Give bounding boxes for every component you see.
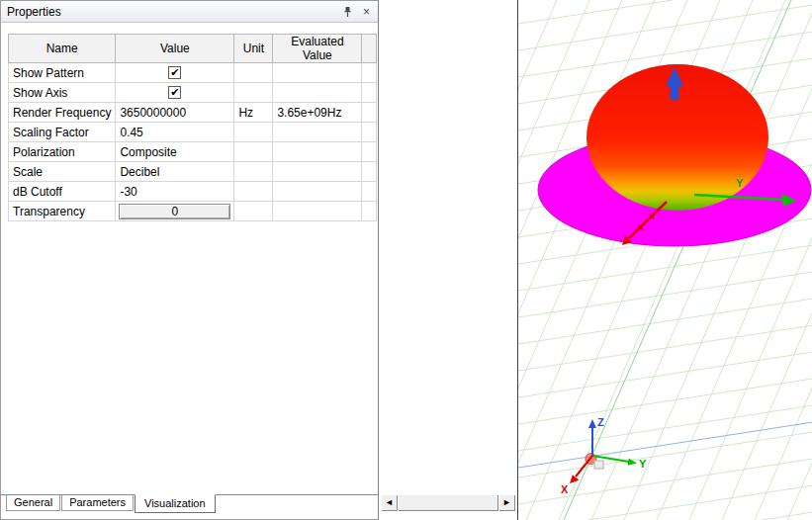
property-value[interactable]: Composite	[116, 142, 234, 162]
scrollbar-track[interactable]	[398, 494, 498, 511]
property-evaluated-value	[273, 182, 362, 202]
property-name: Scale	[9, 162, 116, 182]
application-window: Properties × NameValueUnitEvaluated Valu…	[0, 0, 812, 520]
property-value[interactable]: 0.45	[116, 123, 234, 142]
property-row: Transparency0	[9, 202, 377, 221]
property-unit	[234, 202, 273, 221]
row-filler	[362, 103, 377, 123]
property-unit	[234, 83, 273, 103]
row-filler	[362, 63, 377, 83]
column-header-evaluated-value: Evaluated Value	[273, 35, 362, 63]
property-value[interactable]: -30	[116, 182, 234, 202]
checkbox[interactable]: ✔	[168, 66, 181, 79]
property-value[interactable]: 3650000000	[116, 103, 234, 123]
y-axis-label: Y	[736, 177, 744, 189]
property-unit	[234, 63, 273, 83]
row-filler	[362, 162, 377, 182]
properties-table: NameValueUnitEvaluated Value Show Patter…	[8, 34, 377, 221]
row-filler	[362, 142, 377, 162]
horizontal-scrollbar[interactable]: ◄ ►	[381, 494, 515, 511]
checkbox[interactable]: ✔	[168, 86, 181, 99]
panel-tabbar: GeneralParametersVisualization	[1, 494, 378, 518]
property-evaluated-value	[273, 83, 362, 103]
property-unit	[234, 162, 273, 182]
property-name: Show Axis	[9, 83, 116, 103]
property-value: ✔	[116, 83, 234, 103]
origin-box	[594, 461, 603, 469]
property-evaluated-value	[273, 63, 362, 83]
property-evaluated-value	[273, 142, 362, 162]
properties-panel: Properties × NameValueUnitEvaluated Valu…	[0, 0, 379, 520]
column-header-name: Name	[9, 35, 116, 63]
close-icon[interactable]: ×	[358, 4, 375, 19]
row-filler	[362, 182, 377, 202]
column-header-value: Value	[116, 35, 234, 63]
row-filler	[362, 83, 377, 103]
property-unit	[234, 142, 273, 162]
property-row: Scaling Factor0.45	[9, 123, 377, 142]
property-evaluated-value	[273, 202, 362, 221]
property-name: Transparency	[9, 202, 116, 221]
row-filler	[362, 123, 377, 142]
property-row: PolarizationComposite	[9, 142, 377, 162]
column-header-unit: Unit	[234, 35, 273, 63]
property-name: Show Pattern	[9, 63, 116, 83]
3d-viewport[interactable]: Y Z Y	[517, 0, 812, 520]
row-filler	[362, 202, 377, 221]
table-header-row: NameValueUnitEvaluated Value	[9, 35, 377, 63]
pin-icon[interactable]	[339, 4, 356, 19]
property-row: ScaleDecibel	[9, 162, 377, 182]
tab-general[interactable]: General	[6, 495, 60, 511]
transparency-button[interactable]: 0	[119, 204, 230, 219]
property-evaluated-value	[273, 123, 362, 142]
properties-titlebar: Properties ×	[1, 1, 378, 23]
triad-x-label: X	[561, 483, 569, 495]
property-unit	[234, 123, 273, 142]
property-row: Render Frequency3650000000Hz3.65e+09Hz	[9, 103, 377, 123]
property-name: Render Frequency	[9, 103, 116, 123]
tab-parameters[interactable]: Parameters	[61, 495, 134, 511]
property-name: Scaling Factor	[9, 123, 116, 142]
property-evaluated-value	[273, 162, 362, 182]
triad-z-label: Z	[597, 416, 604, 428]
property-value: ✔	[116, 63, 234, 83]
property-evaluated-value: 3.65e+09Hz	[273, 103, 362, 123]
property-row: Show Pattern✔	[9, 63, 377, 83]
property-name: dB Cutoff	[9, 182, 116, 202]
property-row: Show Axis✔	[9, 83, 377, 103]
property-unit	[234, 182, 273, 202]
property-value[interactable]: Decibel	[116, 162, 234, 182]
property-value: 0	[116, 202, 234, 221]
property-row: dB Cutoff-30	[9, 182, 377, 202]
tab-visualization[interactable]: Visualization	[135, 494, 216, 513]
table-corner	[362, 35, 377, 63]
property-unit: Hz	[234, 103, 273, 123]
property-name: Polarization	[9, 142, 116, 162]
triad-y-label: Y	[639, 458, 647, 470]
middle-pane: ◄ ►	[380, 0, 517, 520]
scroll-left-arrow[interactable]: ◄	[381, 494, 398, 511]
scroll-right-arrow[interactable]: ►	[498, 494, 515, 511]
panel-title: Properties	[7, 5, 337, 19]
